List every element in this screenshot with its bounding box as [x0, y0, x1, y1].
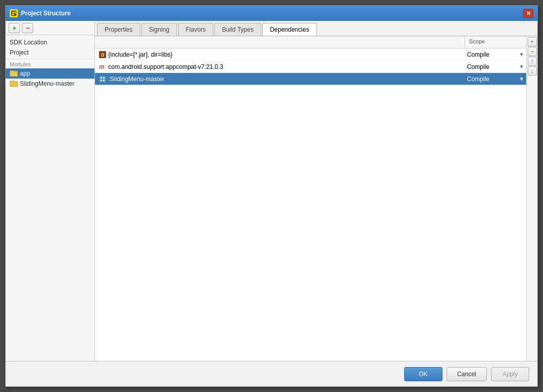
dep-up-button[interactable]: ↑ — [528, 57, 537, 66]
scope-dropdown-maven[interactable]: ▼ — [519, 64, 524, 69]
sidebar-item-app-label: app — [20, 70, 30, 77]
close-button[interactable]: ✕ — [523, 9, 533, 18]
scope-dropdown-module[interactable]: ▼ — [519, 76, 524, 82]
tab-flavors[interactable]: Flavors — [178, 23, 213, 36]
sidebar-toolbar: + − — [6, 21, 94, 35]
sidebar-item-slidingmenu[interactable]: SlidingMenu-master — [6, 79, 94, 89]
app-icon — [10, 9, 18, 17]
sidebar-nav: SDK Location Project Modules app Sliding… — [6, 35, 94, 91]
cancel-button[interactable]: Cancel — [447, 367, 487, 381]
svg-rect-2 — [14, 12, 16, 13]
ok-button[interactable]: OK — [404, 367, 442, 381]
dep-down-button[interactable]: ↓ — [528, 66, 537, 76]
title-bar-left: Project Structure — [10, 9, 70, 17]
dep-row-jar[interactable]: {} {include=[*.jar], dir=libs} Compile ▼ — [95, 48, 526, 61]
tab-properties[interactable]: Properties — [97, 23, 140, 36]
main-panel: Properties Signing Flavors Build Types D… — [95, 21, 537, 361]
dep-side-toolbar: + − ↑ ↓ — [526, 36, 537, 361]
dep-remove-button[interactable]: − — [528, 47, 537, 56]
sidebar: + − SDK Location Project Modules app Sli… — [6, 21, 95, 361]
folder-icon-2 — [10, 81, 18, 87]
svg-rect-6 — [101, 80, 102, 81]
dep-header-name-col — [95, 36, 465, 48]
tab-build-types[interactable]: Build Types — [214, 23, 261, 36]
sidebar-item-sdk-location[interactable]: SDK Location — [6, 37, 94, 47]
content-area: + − SDK Location Project Modules app Sli… — [6, 21, 537, 361]
dep-name-jar: {} {include=[*.jar], dir=libs} — [95, 51, 465, 58]
jar-icon: {} — [99, 51, 106, 58]
dep-list: {} {include=[*.jar], dir=libs} Compile ▼ — [95, 48, 526, 361]
folder-icon — [10, 70, 18, 77]
sidebar-item-sliding-label: SlidingMenu-master — [20, 80, 75, 87]
title-bar: Project Structure ✕ — [6, 6, 537, 21]
sidebar-item-project[interactable]: Project — [6, 47, 94, 58]
dep-header-scope-col: Scope — [465, 36, 526, 48]
title-text: Project Structure — [21, 10, 70, 17]
module-icon — [99, 76, 106, 83]
project-structure-dialog: Project Structure ✕ + − SDK Location Pro… — [5, 5, 538, 387]
svg-rect-3 — [12, 14, 14, 15]
sidebar-item-project-label: Project — [10, 49, 29, 56]
svg-rect-1 — [12, 12, 14, 13]
dependencies-panel: Scope {} {include=[*.jar], dir=libs} — [95, 36, 537, 361]
scope-cell-maven[interactable]: Compile ▼ — [465, 63, 526, 70]
add-module-button[interactable]: + — [9, 23, 20, 33]
apply-button[interactable]: Apply — [491, 367, 529, 381]
maven-icon: m — [99, 63, 106, 70]
svg-rect-7 — [103, 80, 105, 81]
dep-header: Scope — [95, 36, 526, 48]
tabs-bar: Properties Signing Flavors Build Types D… — [95, 21, 537, 36]
tab-dependencies[interactable]: Dependencies — [262, 23, 317, 36]
dep-name-module: :SlidingMenu-master — [95, 76, 465, 83]
svg-rect-5 — [103, 77, 105, 79]
remove-module-button[interactable]: − — [22, 23, 33, 33]
scope-cell-jar[interactable]: Compile ▼ — [465, 51, 526, 58]
dep-name-maven: m com.android.support:appcompat-v7:21.0.… — [95, 63, 465, 70]
scope-dropdown-jar[interactable]: ▼ — [519, 52, 524, 57]
dep-row-maven[interactable]: m com.android.support:appcompat-v7:21.0.… — [95, 61, 526, 73]
bottom-bar: OK Cancel Apply — [6, 361, 537, 386]
modules-section-label: Modules — [6, 59, 94, 68]
dep-content-wrap: Scope {} {include=[*.jar], dir=libs} — [95, 36, 537, 361]
dep-row-module[interactable]: :SlidingMenu-master Compile ▼ — [95, 73, 526, 85]
dep-add-button[interactable]: + — [528, 37, 537, 46]
scope-cell-module[interactable]: Compile ▼ — [465, 76, 526, 83]
sidebar-item-app[interactable]: app — [6, 68, 94, 79]
tab-signing[interactable]: Signing — [141, 23, 177, 36]
sidebar-item-sdk-label: SDK Location — [10, 39, 47, 46]
svg-rect-4 — [101, 77, 102, 79]
